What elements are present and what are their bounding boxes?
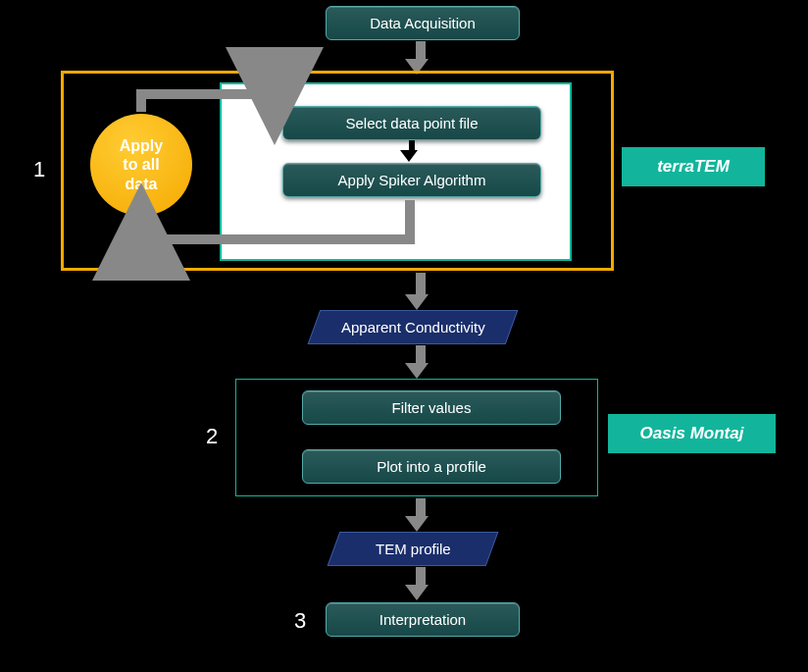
box-filter-values: Filter values — [302, 390, 561, 425]
label-apparent-conductivity: Apparent Conductivity — [341, 319, 485, 336]
box-data-acquisition: Data Acquisition — [326, 6, 520, 40]
label-interpretation: Interpretation — [379, 611, 466, 628]
label-tem-profile: TEM profile — [376, 541, 451, 557]
label-select-file: Select data point file — [345, 115, 478, 131]
box-interpretation: Interpretation — [326, 602, 520, 637]
label-data-acquisition: Data Acquisition — [370, 15, 476, 31]
box-tem-profile: TEM profile — [328, 532, 499, 566]
stage3-number: 3 — [294, 608, 306, 634]
label-apply-all: Apply to all data — [120, 136, 163, 193]
box-plot-profile: Plot into a profile — [302, 449, 561, 484]
label-filter-values: Filter values — [392, 399, 472, 416]
label-apply-spiker: Apply Spiker Algorithm — [338, 172, 486, 188]
box-select-file: Select data point file — [282, 106, 541, 140]
tag-terratem: terraTEM — [622, 147, 765, 186]
label-terratem: terraTEM — [657, 157, 730, 176]
tag-oasis-montaj: Oasis Montaj — [608, 414, 776, 453]
label-plot-profile: Plot into a profile — [377, 458, 486, 475]
box-apparent-conductivity: Apparent Conductivity — [308, 310, 519, 344]
stage1-number: 1 — [33, 157, 45, 182]
label-oasis-montaj: Oasis Montaj — [640, 424, 744, 442]
circle-apply-all: Apply to all data — [90, 114, 192, 216]
stage2-number: 2 — [206, 424, 218, 449]
box-apply-spiker: Apply Spiker Algorithm — [282, 163, 541, 197]
